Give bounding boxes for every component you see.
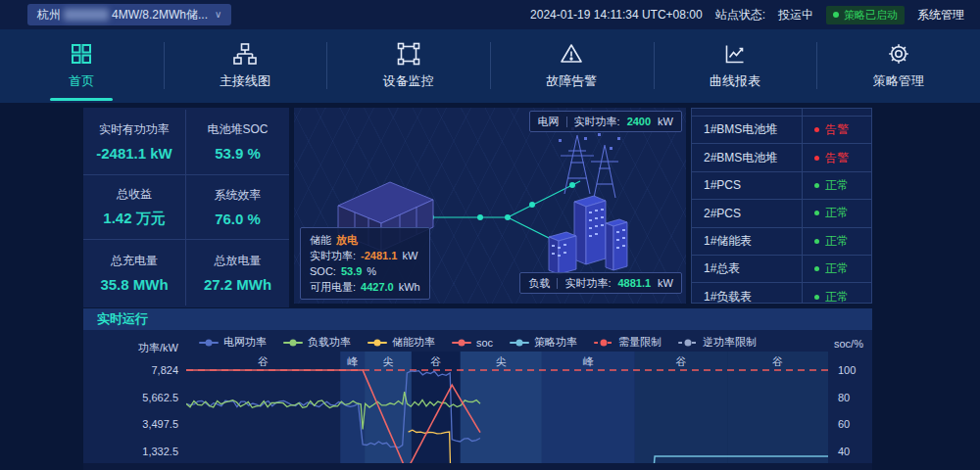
grid-power-label: 实时功率: [574, 115, 620, 129]
tab-devices[interactable]: 设备监控 [326, 29, 490, 103]
status-text: 正常 [825, 177, 849, 194]
datetime: 2024-01-19 14:11:34 UTC+08:00 [530, 8, 703, 22]
tab-label: 主接线图 [220, 72, 270, 90]
energy-flow-diagram: 电网 实时功率: 2400 kW 负载 实时功率: 4881.1 kW 储能 放… [294, 108, 686, 304]
device-status-table: 1#BMS电池堆告警2#BMS电池堆告警1#PCS正常2#PCS正常1#储能表正… [691, 108, 872, 304]
stat-item: 总放电量27.2 MWh [186, 240, 289, 306]
tab-home[interactable]: 首页 [0, 29, 164, 103]
storage-soc-unit: % [367, 265, 376, 277]
tou-band-label: 谷 [430, 355, 441, 367]
y-axis-title-left: 功率/kW [138, 342, 179, 353]
station-suffix: 4MW/8.2MWh储... [112, 4, 208, 25]
right-tick-label: 80 [838, 392, 850, 403]
status-text: 告警 [825, 121, 849, 138]
storage-tooltip: 储能 放电 实时功率: -2481.1 kW SOC: 53.9 % 可用电量:… [300, 227, 430, 300]
stat-label: 系统效率 [215, 187, 262, 204]
device-name-cell [692, 109, 803, 116]
tou-band [461, 352, 542, 463]
tab-label: 曲线报表 [710, 72, 760, 90]
tou-band-label: 尖 [382, 355, 393, 367]
strategy-badge-label: 策略已启动 [844, 8, 898, 23]
system-admin-link[interactable]: 系统管理 [917, 7, 964, 24]
stat-value: 76.0 % [215, 211, 261, 227]
strategy-status-badge: 策略已启动 [826, 6, 905, 24]
tab-strategy[interactable]: 策略管理 [816, 29, 980, 103]
load-power-value: 4881.1 [617, 277, 651, 289]
device-status: 正常 [803, 177, 871, 194]
table-row[interactable]: 1#负载表正常 [692, 283, 871, 304]
site-status-value: 投运中 [778, 7, 813, 24]
stat-label: 总收益 [117, 186, 152, 203]
device-name: 2#BMS电池堆 [692, 144, 803, 170]
status-dot-icon [814, 266, 819, 271]
load-buildings-graphic [549, 196, 627, 274]
device-status: 正常 [803, 260, 871, 277]
storage-power-unit: kW [402, 250, 417, 261]
site-status-label: 站点状态: [715, 7, 765, 24]
tou-band-label: 峰 [583, 355, 594, 367]
storage-energy-value: 4427.0 [361, 281, 394, 293]
device-status: 正常 [803, 205, 871, 221]
status-text: 正常 [825, 289, 849, 304]
tab-reports[interactable]: 曲线报表 [654, 29, 817, 103]
storage-power-value: -2481.1 [361, 250, 397, 261]
status-dot-icon [814, 127, 819, 132]
separator [557, 278, 558, 289]
tab-alarms[interactable]: 故障告警 [490, 29, 654, 103]
grid-tooltip: 电网 实时功率: 2400 kW [529, 111, 682, 132]
ems-dashboard: 杭州 4MW/8.2MWh储... ∨ 2024-01-19 14:11:34 … [0, 0, 980, 470]
table-row[interactable]: 2#BMS电池堆告警 [692, 144, 871, 171]
table-row[interactable]: 1#BMS电池堆告警 [692, 117, 871, 144]
status-dot-icon [814, 156, 819, 161]
stat-item: 总充电量35.8 MWh [83, 240, 186, 306]
right-tick-label: 100 [838, 364, 856, 376]
stat-value: 1.42 万元 [103, 210, 165, 228]
left-tick-label: 7,824 [151, 364, 178, 376]
device-name: 1#储能表 [692, 228, 803, 255]
right-tick-label: 40 [838, 446, 850, 457]
grid-icon [70, 42, 93, 66]
device-name: 1#BMS电池堆 [692, 117, 803, 143]
table-row-partial [692, 109, 871, 117]
tab-label: 策略管理 [873, 72, 924, 90]
status-text: 正常 [825, 205, 849, 221]
table-row[interactable]: 1#PCS正常 [692, 172, 871, 200]
curve-icon [723, 42, 747, 66]
left-tick-label: 5,662.5 [142, 392, 178, 403]
stat-item: 总收益1.42 万元 [83, 175, 186, 241]
grid-power-unit: kW [658, 116, 673, 127]
tou-band-label: 谷 [676, 355, 687, 367]
tab-label: 故障告警 [546, 72, 597, 90]
stat-item: 实时有功功率-2481.1 kW [83, 110, 186, 175]
tou-band-label: 谷 [772, 355, 783, 367]
y-axis-title-right: soc/% [834, 338, 863, 350]
storage-energy-label: 可用电量: [310, 280, 356, 295]
tou-band [727, 352, 828, 463]
separator [566, 117, 567, 127]
storage-power-label: 实时功率: [310, 249, 356, 263]
table-row[interactable]: 2#PCS正常 [692, 200, 871, 227]
main-nav: 首页主接线图设备监控故障告警曲线报表策略管理 [0, 29, 980, 103]
tou-band [635, 352, 727, 463]
stat-value: -2481.1 kW [96, 145, 172, 162]
alarm-icon [560, 42, 583, 66]
storage-energy-unit: kWh [399, 281, 420, 293]
table-row[interactable]: 1#总表正常 [692, 256, 871, 283]
stat-value: 35.8 MWh [100, 276, 168, 293]
device-status: 告警 [803, 150, 871, 166]
redacted-station-name [64, 9, 109, 21]
grid-name: 电网 [538, 115, 560, 129]
stat-value: 53.9 % [215, 145, 261, 162]
table-row[interactable]: 1#储能表正常 [692, 228, 871, 256]
status-dot-icon [814, 239, 819, 244]
chevron-down-icon: ∨ [215, 4, 221, 25]
status-text: 正常 [825, 233, 849, 250]
load-power-label: 实时功率: [564, 276, 611, 291]
device-status: 正常 [803, 233, 871, 250]
power-flow-dots [428, 182, 575, 220]
tab-wiring[interactable]: 主接线图 [164, 29, 327, 103]
station-selector[interactable]: 杭州 4MW/8.2MWh储... ∨ [27, 4, 231, 25]
stat-label: 总充电量 [111, 253, 158, 269]
status-dot-icon [814, 211, 819, 215]
stat-item: 电池堆SOC53.9 % [186, 110, 289, 175]
